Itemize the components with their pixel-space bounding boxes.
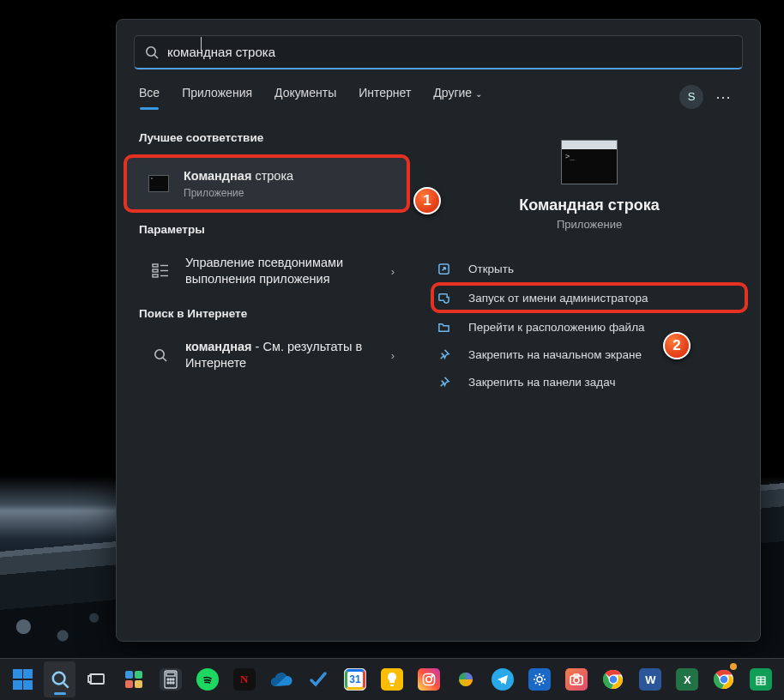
chrome-icon <box>714 669 734 690</box>
svg-point-25 <box>167 682 169 684</box>
svg-point-37 <box>610 676 618 684</box>
pin-icon <box>443 347 456 361</box>
taskbar-widgets-button[interactable] <box>118 661 149 697</box>
search-input[interactable]: командная строка <box>134 35 743 69</box>
action-label: Перейти к расположению файла <box>468 321 645 334</box>
excel-icon: X <box>676 668 698 691</box>
taskbar-app-word[interactable]: W <box>635 661 666 697</box>
svg-rect-18 <box>125 680 133 688</box>
action-run-as-admin[interactable]: Запуск от имени администратора <box>431 282 748 313</box>
svg-point-26 <box>170 682 172 684</box>
filter-tabs: Все Приложения Документы Интернет Другие… <box>117 69 760 111</box>
taskbar-app-photos[interactable] <box>450 661 482 697</box>
taskbar-app-excel[interactable]: X <box>672 661 703 697</box>
tab-more[interactable]: Другие⌄ <box>433 86 482 108</box>
widgets-icon <box>124 669 144 690</box>
taskbar-app-calculator[interactable] <box>154 661 186 697</box>
svg-point-27 <box>172 682 174 684</box>
tab-documents[interactable]: Документы <box>274 86 336 108</box>
preview-pane: Командная строка Приложение Открыть Запу… <box>419 118 760 641</box>
svg-point-40 <box>721 676 728 684</box>
taskbar-app-spotify[interactable] <box>191 661 223 697</box>
svg-rect-2 <box>153 264 158 267</box>
keep-icon <box>381 668 403 691</box>
svg-line-13 <box>63 683 69 688</box>
section-web-search: Поиск в Интернете <box>117 299 419 329</box>
check-icon <box>308 669 329 690</box>
svg-rect-4 <box>153 275 158 277</box>
admin-shield-icon <box>443 291 456 305</box>
tab-all[interactable]: Все <box>139 86 160 108</box>
action-pin-taskbar[interactable]: Закрепить на панели задач <box>431 368 748 395</box>
preview-app-icon <box>561 140 618 184</box>
action-pin-start[interactable]: Закрепить на начальном экране <box>431 341 748 368</box>
taskbar-app-instagram[interactable] <box>413 661 445 697</box>
taskbar-app-keep[interactable] <box>376 661 407 697</box>
svg-point-30 <box>431 675 433 677</box>
taskbar-app-chrome-2[interactable] <box>709 661 740 697</box>
taskbar-search-button[interactable] <box>44 661 75 697</box>
svg-rect-16 <box>125 671 133 679</box>
calendar-icon: 31 <box>344 668 366 691</box>
result-command-prompt[interactable]: Командная строка Приложение <box>124 154 410 213</box>
camera-icon <box>565 668 588 691</box>
section-settings: Параметры <box>117 214 419 244</box>
taskbar-app-telegram[interactable] <box>487 661 519 697</box>
action-list: Открыть Запуск от имени администратора П… <box>419 255 760 395</box>
action-label: Открыть <box>468 262 514 275</box>
action-open[interactable]: Открыть <box>431 255 748 282</box>
svg-point-0 <box>147 46 155 55</box>
tab-apps[interactable]: Приложения <box>182 86 252 108</box>
result-app-alias-settings[interactable]: Управление псевдонимами выполнения прило… <box>125 246 410 297</box>
result-title: Командная строка <box>184 168 396 185</box>
results-content: Лучшее соответствие Командная строка При… <box>117 111 760 641</box>
start-search-panel: командная строка Все Приложения Документ… <box>116 19 761 642</box>
chevron-right-icon: › <box>391 265 400 278</box>
taskbar-app-chrome[interactable] <box>598 661 630 697</box>
result-title: Управление псевдонимами выполнения прило… <box>185 255 391 288</box>
svg-point-29 <box>426 677 431 682</box>
svg-point-22 <box>167 679 169 680</box>
chevron-down-icon: ⌄ <box>475 89 482 99</box>
svg-point-33 <box>574 678 579 683</box>
search-row: командная строка <box>117 20 760 69</box>
taskbar-app-sheets[interactable] <box>745 661 777 697</box>
taskbar-app-google-calendar[interactable]: 31 <box>339 661 371 697</box>
cloud-icon <box>270 672 292 687</box>
section-best-match: Лучшее соответствие <box>117 123 419 153</box>
instagram-icon <box>418 668 440 691</box>
tab-web[interactable]: Интернет <box>359 86 411 108</box>
taskbar-start-button[interactable] <box>7 661 39 697</box>
taskbar-app-camera[interactable] <box>561 661 593 697</box>
taskbar: N 31 W X <box>0 658 784 700</box>
result-web-search[interactable]: командная - См. результаты в Интернете › <box>125 330 410 381</box>
chevron-right-icon: › <box>391 349 400 362</box>
svg-line-9 <box>163 358 166 361</box>
search-icon <box>145 45 159 59</box>
folder-icon <box>443 320 456 334</box>
search-icon <box>148 343 173 367</box>
result-subtitle: Приложение <box>184 187 396 199</box>
netflix-icon: N <box>233 668 256 691</box>
action-open-location[interactable]: Перейти к расположению файла <box>431 313 748 341</box>
taskbar-app-onedrive[interactable] <box>265 661 297 697</box>
sheets-icon <box>750 668 772 691</box>
text-caret <box>201 37 202 51</box>
more-options-button[interactable]: ⋯ <box>710 84 738 110</box>
word-icon: W <box>639 668 661 691</box>
taskbar-taskview-button[interactable] <box>81 661 112 697</box>
svg-rect-14 <box>90 674 104 684</box>
preview-subtitle: Приложение <box>419 218 760 231</box>
taskbar-app-netflix[interactable]: N <box>228 661 260 697</box>
svg-point-24 <box>172 679 174 680</box>
taskbar-app-todo[interactable] <box>302 661 334 697</box>
windows-logo-icon <box>13 669 33 690</box>
photos-icon <box>455 669 476 690</box>
pin-icon <box>443 375 456 389</box>
action-label: Закрепить на начальном экране <box>468 348 642 361</box>
tab-more-label: Другие <box>433 86 472 100</box>
svg-rect-15 <box>88 676 91 682</box>
user-avatar[interactable]: S <box>679 85 703 109</box>
taskbar-app-settings[interactable] <box>524 661 556 697</box>
taskview-icon <box>87 670 106 689</box>
